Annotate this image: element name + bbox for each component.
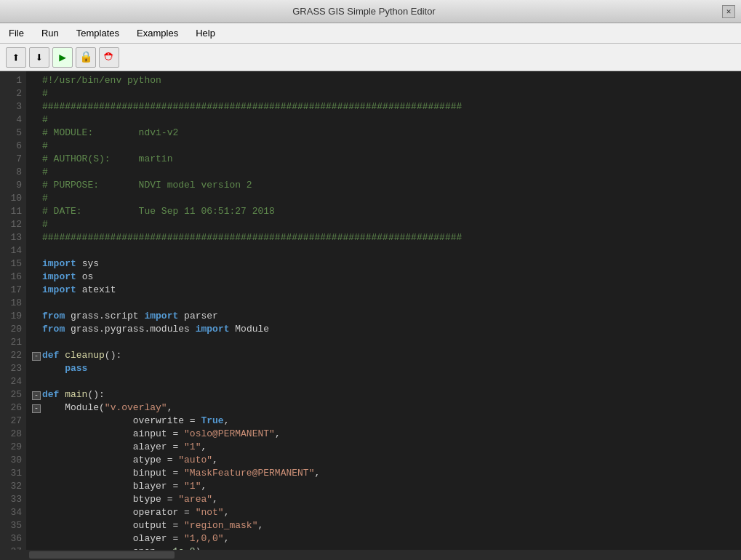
code-line: # [32, 192, 735, 205]
code-line: #!/usr/bin/env python [32, 74, 735, 87]
run-button[interactable]: ▶ [52, 47, 73, 68]
code-line: snap = 1e-8) [32, 545, 735, 550]
code-line: # [32, 166, 735, 179]
code-line: operator = "not", [32, 506, 735, 519]
upload-icon: ⬆ [12, 49, 20, 65]
code-line: ainput = "oslo@PERMANENT", [32, 428, 735, 441]
code-line: olayer = "1,0,0", [32, 532, 735, 545]
code-line: # [32, 218, 735, 231]
code-line: import sys [32, 257, 735, 271]
menu-file[interactable]: File [0, 26, 33, 40]
code-line: output = "region_mask", [32, 519, 735, 532]
code-line: binput = "MaskFeature@PERMANENT", [32, 467, 735, 480]
run-icon: ▶ [59, 50, 66, 65]
editor-container: 1234567891011121314151617181920212223242… [0, 71, 741, 550]
code-line: # [32, 140, 735, 153]
fold-icon[interactable]: - [32, 391, 41, 400]
lock-button[interactable]: 🔒 [76, 47, 96, 68]
close-button[interactable]: ✕ [722, 5, 735, 18]
code-line: btype = "area", [32, 493, 735, 506]
code-line [32, 297, 735, 310]
code-line: overwrite = True, [32, 415, 735, 428]
code-line [32, 375, 735, 388]
fold-icon[interactable]: - [32, 352, 41, 361]
menu-examples[interactable]: Examples [128, 26, 187, 40]
code-line [32, 244, 735, 257]
code-line: ########################################… [32, 231, 735, 244]
fold-icon[interactable]: - [32, 404, 41, 413]
lock-icon: 🔒 [79, 50, 93, 64]
download-icon: ⬇ [36, 49, 44, 65]
bottom-bar [0, 550, 741, 560]
code-line: from grass.pygrass.modules import Module [32, 323, 735, 336]
code-line: # PURPOSE: NDVI model version 2 [32, 179, 735, 192]
code-line: import os [32, 271, 735, 284]
code-line: # AUTHOR(S): martin [32, 153, 735, 166]
title-bar: GRASS GIS Simple Python Editor ✕ [0, 0, 741, 23]
code-line: import atexit [32, 284, 735, 297]
code-line: pass [32, 362, 735, 375]
code-line: alayer = "1", [32, 441, 735, 454]
menu-help[interactable]: Help [187, 26, 224, 40]
save-button[interactable]: ⬇ [29, 47, 49, 68]
window-title: GRASS GIS Simple Python Editor [6, 6, 722, 17]
code-line: from grass.script import parser [32, 310, 735, 323]
help-icon: ⛑ [104, 51, 115, 64]
code-line: blayer = "1", [32, 480, 735, 493]
code-line: # MODULE: ndvi-v2 [32, 127, 735, 140]
code-line: atype = "auto", [32, 454, 735, 467]
code-line: - Module("v.overlay", [32, 401, 735, 415]
code-line: # DATE: Tue Sep 11 06:51:27 2018 [32, 205, 735, 218]
code-line [32, 336, 735, 349]
code-line: # [32, 87, 735, 100]
toolbar: ⬆ ⬇ ▶ 🔒 ⛑ [0, 44, 741, 71]
menu-run[interactable]: Run [33, 26, 68, 40]
menu-templates[interactable]: Templates [68, 26, 128, 40]
code-editor[interactable]: #!/usr/bin/env python###################… [26, 71, 741, 550]
code-line: -def cleanup(): [32, 349, 735, 362]
line-numbers: 1234567891011121314151617181920212223242… [0, 71, 26, 550]
help-button[interactable]: ⛑ [99, 47, 119, 68]
code-line: ########################################… [32, 100, 735, 113]
open-button[interactable]: ⬆ [6, 47, 26, 68]
horizontal-scrollbar[interactable] [29, 551, 175, 559]
code-line: -def main(): [32, 388, 735, 401]
menu-bar: File Run Templates Examples Help [0, 23, 741, 44]
code-line: # [32, 113, 735, 127]
